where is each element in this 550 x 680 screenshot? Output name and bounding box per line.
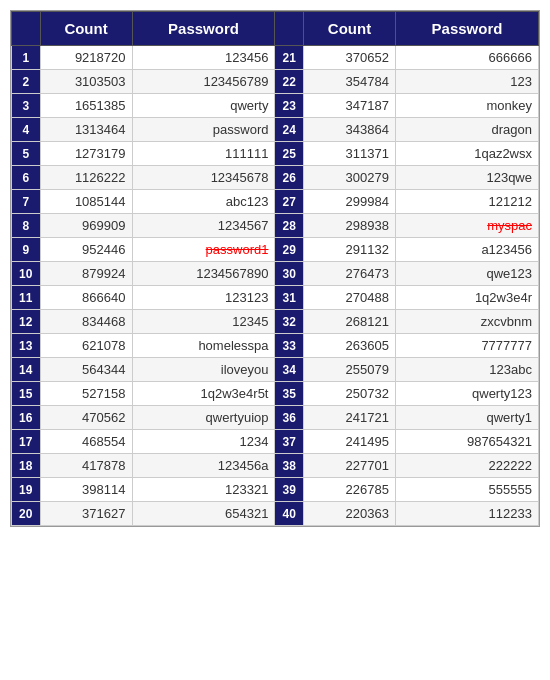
row-num-left: 5 — [12, 142, 41, 166]
password-right: 666666 — [395, 46, 538, 70]
row-num-left: 1 — [12, 46, 41, 70]
count-left: 1085144 — [40, 190, 132, 214]
password-right: qwerty1 — [395, 406, 538, 430]
password-left: password — [132, 118, 275, 142]
header-password1: Password — [132, 12, 275, 46]
row-num-right: 37 — [275, 430, 304, 454]
password-left: 123456 — [132, 46, 275, 70]
row-num-left: 12 — [12, 310, 41, 334]
row-num-right: 25 — [275, 142, 304, 166]
row-num-right: 38 — [275, 454, 304, 478]
row-num-left: 13 — [12, 334, 41, 358]
count-left: 969909 — [40, 214, 132, 238]
row-num-right: 24 — [275, 118, 304, 142]
row-num-right: 32 — [275, 310, 304, 334]
row-num-left: 19 — [12, 478, 41, 502]
password-right: 1q2w3e4r — [395, 286, 538, 310]
header-count1: Count — [40, 12, 132, 46]
row-num-right: 34 — [275, 358, 304, 382]
row-num-right: 30 — [275, 262, 304, 286]
password-left: 123321 — [132, 478, 275, 502]
password-right: 112233 — [395, 502, 538, 526]
row-num-left: 2 — [12, 70, 41, 94]
password-left: homelesspa — [132, 334, 275, 358]
count-left: 527158 — [40, 382, 132, 406]
count-left: 879924 — [40, 262, 132, 286]
password-left: iloveyou — [132, 358, 275, 382]
row-num-right: 28 — [275, 214, 304, 238]
count-right: 347187 — [304, 94, 396, 118]
row-num-right: 21 — [275, 46, 304, 70]
row-num-right: 22 — [275, 70, 304, 94]
password-left: 123123 — [132, 286, 275, 310]
row-num-right: 27 — [275, 190, 304, 214]
row-num-left: 15 — [12, 382, 41, 406]
count-left: 952446 — [40, 238, 132, 262]
count-left: 468554 — [40, 430, 132, 454]
row-num-right: 29 — [275, 238, 304, 262]
count-left: 1126222 — [40, 166, 132, 190]
password-right: a123456 — [395, 238, 538, 262]
count-right: 226785 — [304, 478, 396, 502]
header-password2: Password — [395, 12, 538, 46]
count-right: 220363 — [304, 502, 396, 526]
count-left: 9218720 — [40, 46, 132, 70]
password-right: 123qwe — [395, 166, 538, 190]
count-left: 417878 — [40, 454, 132, 478]
header-num2 — [275, 12, 304, 46]
row-num-left: 7 — [12, 190, 41, 214]
count-right: 227701 — [304, 454, 396, 478]
password-right: 7777777 — [395, 334, 538, 358]
row-num-left: 4 — [12, 118, 41, 142]
count-right: 241721 — [304, 406, 396, 430]
count-right: 250732 — [304, 382, 396, 406]
row-num-left: 8 — [12, 214, 41, 238]
header-count2: Count — [304, 12, 396, 46]
count-right: 354784 — [304, 70, 396, 94]
password-right: dragon — [395, 118, 538, 142]
row-num-right: 23 — [275, 94, 304, 118]
row-num-left: 3 — [12, 94, 41, 118]
count-right: 276473 — [304, 262, 396, 286]
row-num-right: 40 — [275, 502, 304, 526]
row-num-left: 10 — [12, 262, 41, 286]
count-left: 564344 — [40, 358, 132, 382]
count-right: 241495 — [304, 430, 396, 454]
password-left: 1234567890 — [132, 262, 275, 286]
row-num-left: 16 — [12, 406, 41, 430]
count-right: 263605 — [304, 334, 396, 358]
count-right: 343864 — [304, 118, 396, 142]
count-left: 1313464 — [40, 118, 132, 142]
count-left: 621078 — [40, 334, 132, 358]
password-right: 123 — [395, 70, 538, 94]
password-left: 123456a — [132, 454, 275, 478]
row-num-left: 18 — [12, 454, 41, 478]
password-right: myspac — [395, 214, 538, 238]
password-table: Count Password Count Password 1921872012… — [10, 10, 540, 527]
header-num — [12, 12, 41, 46]
count-right: 270488 — [304, 286, 396, 310]
count-left: 1651385 — [40, 94, 132, 118]
password-left: abc123 — [132, 190, 275, 214]
count-left: 1273179 — [40, 142, 132, 166]
password-right: 222222 — [395, 454, 538, 478]
count-left: 866640 — [40, 286, 132, 310]
count-left: 3103503 — [40, 70, 132, 94]
row-num-left: 20 — [12, 502, 41, 526]
password-left: 12345 — [132, 310, 275, 334]
row-num-right: 35 — [275, 382, 304, 406]
count-right: 300279 — [304, 166, 396, 190]
count-left: 834468 — [40, 310, 132, 334]
count-left: 371627 — [40, 502, 132, 526]
count-right: 299984 — [304, 190, 396, 214]
row-num-right: 33 — [275, 334, 304, 358]
password-left: 1234567 — [132, 214, 275, 238]
password-left: qwertyuiop — [132, 406, 275, 430]
password-left: 123456789 — [132, 70, 275, 94]
password-right: 121212 — [395, 190, 538, 214]
row-num-right: 39 — [275, 478, 304, 502]
row-num-left: 9 — [12, 238, 41, 262]
count-left: 398114 — [40, 478, 132, 502]
count-right: 298938 — [304, 214, 396, 238]
row-num-right: 26 — [275, 166, 304, 190]
